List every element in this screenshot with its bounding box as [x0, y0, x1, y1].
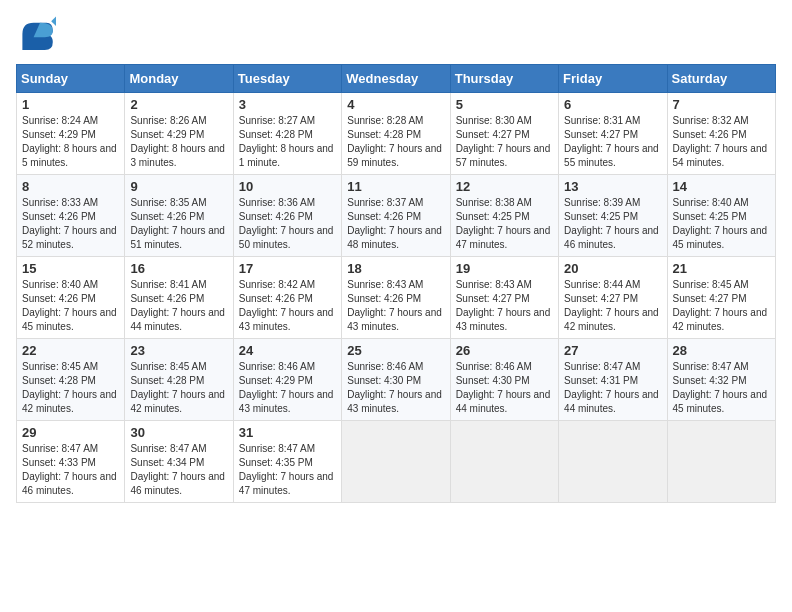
cell-info: Sunrise: 8:35 AMSunset: 4:26 PMDaylight:… — [130, 197, 225, 250]
calendar-table: SundayMondayTuesdayWednesdayThursdayFrid… — [16, 64, 776, 503]
day-number: 9 — [130, 179, 227, 194]
calendar-cell: 14Sunrise: 8:40 AMSunset: 4:25 PMDayligh… — [667, 175, 775, 257]
calendar-cell: 31Sunrise: 8:47 AMSunset: 4:35 PMDayligh… — [233, 421, 341, 503]
calendar-cell: 25Sunrise: 8:46 AMSunset: 4:30 PMDayligh… — [342, 339, 450, 421]
cell-info: Sunrise: 8:42 AMSunset: 4:26 PMDaylight:… — [239, 279, 334, 332]
calendar-cell: 21Sunrise: 8:45 AMSunset: 4:27 PMDayligh… — [667, 257, 775, 339]
day-number: 1 — [22, 97, 119, 112]
calendar-cell: 27Sunrise: 8:47 AMSunset: 4:31 PMDayligh… — [559, 339, 667, 421]
day-number: 3 — [239, 97, 336, 112]
weekday-header-row: SundayMondayTuesdayWednesdayThursdayFrid… — [17, 65, 776, 93]
cell-info: Sunrise: 8:40 AMSunset: 4:26 PMDaylight:… — [22, 279, 117, 332]
calendar-cell — [450, 421, 558, 503]
cell-info: Sunrise: 8:40 AMSunset: 4:25 PMDaylight:… — [673, 197, 768, 250]
cell-info: Sunrise: 8:31 AMSunset: 4:27 PMDaylight:… — [564, 115, 659, 168]
day-number: 7 — [673, 97, 770, 112]
calendar-cell — [342, 421, 450, 503]
calendar-cell: 17Sunrise: 8:42 AMSunset: 4:26 PMDayligh… — [233, 257, 341, 339]
weekday-header-monday: Monday — [125, 65, 233, 93]
day-number: 16 — [130, 261, 227, 276]
calendar-cell: 2Sunrise: 8:26 AMSunset: 4:29 PMDaylight… — [125, 93, 233, 175]
cell-info: Sunrise: 8:27 AMSunset: 4:28 PMDaylight:… — [239, 115, 334, 168]
cell-info: Sunrise: 8:46 AMSunset: 4:30 PMDaylight:… — [347, 361, 442, 414]
calendar-cell: 8Sunrise: 8:33 AMSunset: 4:26 PMDaylight… — [17, 175, 125, 257]
cell-info: Sunrise: 8:47 AMSunset: 4:35 PMDaylight:… — [239, 443, 334, 496]
calendar-cell: 1Sunrise: 8:24 AMSunset: 4:29 PMDaylight… — [17, 93, 125, 175]
day-number: 10 — [239, 179, 336, 194]
cell-info: Sunrise: 8:24 AMSunset: 4:29 PMDaylight:… — [22, 115, 117, 168]
day-number: 31 — [239, 425, 336, 440]
cell-info: Sunrise: 8:28 AMSunset: 4:28 PMDaylight:… — [347, 115, 442, 168]
svg-marker-0 — [51, 16, 56, 26]
cell-info: Sunrise: 8:47 AMSunset: 4:31 PMDaylight:… — [564, 361, 659, 414]
cell-info: Sunrise: 8:36 AMSunset: 4:26 PMDaylight:… — [239, 197, 334, 250]
day-number: 27 — [564, 343, 661, 358]
logo — [16, 16, 60, 52]
day-number: 28 — [673, 343, 770, 358]
calendar-week-row: 22Sunrise: 8:45 AMSunset: 4:28 PMDayligh… — [17, 339, 776, 421]
calendar-cell: 4Sunrise: 8:28 AMSunset: 4:28 PMDaylight… — [342, 93, 450, 175]
cell-info: Sunrise: 8:32 AMSunset: 4:26 PMDaylight:… — [673, 115, 768, 168]
calendar-cell: 18Sunrise: 8:43 AMSunset: 4:26 PMDayligh… — [342, 257, 450, 339]
calendar-week-row: 8Sunrise: 8:33 AMSunset: 4:26 PMDaylight… — [17, 175, 776, 257]
calendar-cell: 26Sunrise: 8:46 AMSunset: 4:30 PMDayligh… — [450, 339, 558, 421]
calendar-cell: 20Sunrise: 8:44 AMSunset: 4:27 PMDayligh… — [559, 257, 667, 339]
cell-info: Sunrise: 8:45 AMSunset: 4:28 PMDaylight:… — [22, 361, 117, 414]
calendar-cell: 19Sunrise: 8:43 AMSunset: 4:27 PMDayligh… — [450, 257, 558, 339]
day-number: 6 — [564, 97, 661, 112]
calendar-cell: 28Sunrise: 8:47 AMSunset: 4:32 PMDayligh… — [667, 339, 775, 421]
calendar-cell: 5Sunrise: 8:30 AMSunset: 4:27 PMDaylight… — [450, 93, 558, 175]
calendar-cell: 30Sunrise: 8:47 AMSunset: 4:34 PMDayligh… — [125, 421, 233, 503]
cell-info: Sunrise: 8:41 AMSunset: 4:26 PMDaylight:… — [130, 279, 225, 332]
calendar-cell — [559, 421, 667, 503]
cell-info: Sunrise: 8:46 AMSunset: 4:30 PMDaylight:… — [456, 361, 551, 414]
calendar-cell: 15Sunrise: 8:40 AMSunset: 4:26 PMDayligh… — [17, 257, 125, 339]
day-number: 26 — [456, 343, 553, 358]
day-number: 2 — [130, 97, 227, 112]
cell-info: Sunrise: 8:47 AMSunset: 4:33 PMDaylight:… — [22, 443, 117, 496]
day-number: 20 — [564, 261, 661, 276]
calendar-cell: 23Sunrise: 8:45 AMSunset: 4:28 PMDayligh… — [125, 339, 233, 421]
weekday-header-tuesday: Tuesday — [233, 65, 341, 93]
calendar-cell: 9Sunrise: 8:35 AMSunset: 4:26 PMDaylight… — [125, 175, 233, 257]
day-number: 8 — [22, 179, 119, 194]
day-number: 22 — [22, 343, 119, 358]
cell-info: Sunrise: 8:47 AMSunset: 4:34 PMDaylight:… — [130, 443, 225, 496]
weekday-header-saturday: Saturday — [667, 65, 775, 93]
calendar-cell: 16Sunrise: 8:41 AMSunset: 4:26 PMDayligh… — [125, 257, 233, 339]
cell-info: Sunrise: 8:39 AMSunset: 4:25 PMDaylight:… — [564, 197, 659, 250]
day-number: 11 — [347, 179, 444, 194]
day-number: 5 — [456, 97, 553, 112]
day-number: 15 — [22, 261, 119, 276]
weekday-header-friday: Friday — [559, 65, 667, 93]
day-number: 12 — [456, 179, 553, 194]
cell-info: Sunrise: 8:47 AMSunset: 4:32 PMDaylight:… — [673, 361, 768, 414]
day-number: 30 — [130, 425, 227, 440]
day-number: 14 — [673, 179, 770, 194]
calendar-cell: 22Sunrise: 8:45 AMSunset: 4:28 PMDayligh… — [17, 339, 125, 421]
calendar-cell — [667, 421, 775, 503]
calendar-cell: 11Sunrise: 8:37 AMSunset: 4:26 PMDayligh… — [342, 175, 450, 257]
calendar-cell: 29Sunrise: 8:47 AMSunset: 4:33 PMDayligh… — [17, 421, 125, 503]
day-number: 23 — [130, 343, 227, 358]
weekday-header-sunday: Sunday — [17, 65, 125, 93]
calendar-cell: 12Sunrise: 8:38 AMSunset: 4:25 PMDayligh… — [450, 175, 558, 257]
cell-info: Sunrise: 8:26 AMSunset: 4:29 PMDaylight:… — [130, 115, 225, 168]
day-number: 24 — [239, 343, 336, 358]
day-number: 4 — [347, 97, 444, 112]
calendar-week-row: 1Sunrise: 8:24 AMSunset: 4:29 PMDaylight… — [17, 93, 776, 175]
cell-info: Sunrise: 8:43 AMSunset: 4:27 PMDaylight:… — [456, 279, 551, 332]
calendar-cell: 24Sunrise: 8:46 AMSunset: 4:29 PMDayligh… — [233, 339, 341, 421]
calendar-cell: 13Sunrise: 8:39 AMSunset: 4:25 PMDayligh… — [559, 175, 667, 257]
cell-info: Sunrise: 8:45 AMSunset: 4:28 PMDaylight:… — [130, 361, 225, 414]
cell-info: Sunrise: 8:38 AMSunset: 4:25 PMDaylight:… — [456, 197, 551, 250]
weekday-header-wednesday: Wednesday — [342, 65, 450, 93]
day-number: 18 — [347, 261, 444, 276]
calendar-cell: 3Sunrise: 8:27 AMSunset: 4:28 PMDaylight… — [233, 93, 341, 175]
calendar-week-row: 29Sunrise: 8:47 AMSunset: 4:33 PMDayligh… — [17, 421, 776, 503]
day-number: 25 — [347, 343, 444, 358]
cell-info: Sunrise: 8:30 AMSunset: 4:27 PMDaylight:… — [456, 115, 551, 168]
day-number: 21 — [673, 261, 770, 276]
cell-info: Sunrise: 8:33 AMSunset: 4:26 PMDaylight:… — [22, 197, 117, 250]
day-number: 13 — [564, 179, 661, 194]
